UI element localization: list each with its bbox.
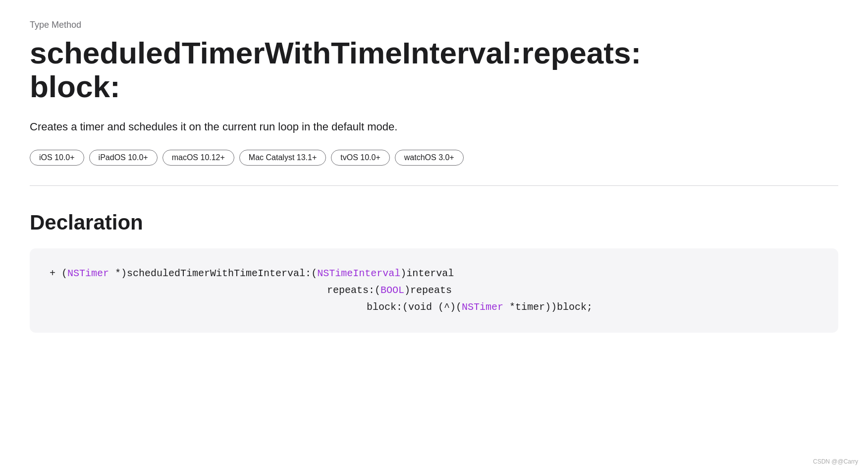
code-block-label: block: xyxy=(367,301,402,313)
code-interval: interval xyxy=(406,268,454,279)
code-method-name: scheduledTimerWithTimeInterval: xyxy=(127,268,311,279)
code-paren3: ) xyxy=(400,268,406,279)
code-caret: (^)( xyxy=(438,301,462,313)
badge-ipados: iPadOS 10.0+ xyxy=(89,150,158,166)
badge-macos: macOS 10.12+ xyxy=(163,150,234,166)
badge-tvos: tvOS 10.0+ xyxy=(331,150,390,166)
code-paren-open: ( xyxy=(61,268,67,279)
code-repeats-label: repeats: xyxy=(327,285,375,296)
badge-ios: iOS 10.0+ xyxy=(30,150,84,166)
section-divider xyxy=(30,185,838,186)
code-line-3: block:(void (^)(NSTimer *timer))block; xyxy=(50,299,818,316)
code-paren2: ( xyxy=(311,268,317,279)
code-line-2: repeats:(BOOL)repeats xyxy=(50,282,818,299)
code-paren6: ( xyxy=(402,301,408,313)
code-paren5: ) xyxy=(404,285,410,296)
badge-watchos: watchOS 3.0+ xyxy=(395,150,464,166)
title-line1: scheduledTimerWithTimeInterval:repeats: xyxy=(30,36,641,70)
code-plus: + xyxy=(50,268,61,279)
badge-catalyst: Mac Catalyst 13.1+ xyxy=(239,150,326,166)
code-nstimeinterval: NSTimeInterval xyxy=(317,268,400,279)
declaration-title: Declaration xyxy=(30,211,838,235)
code-nstimer-1: NSTimer xyxy=(67,268,109,279)
badges-row: iOS 10.0+ iPadOS 10.0+ macOS 10.12+ Mac … xyxy=(30,150,838,166)
page-title: scheduledTimerWithTimeInterval:repeats: … xyxy=(30,36,723,104)
type-method-label: Type Method xyxy=(30,20,838,30)
code-block: + (NSTimer *)scheduledTimerWithTimeInter… xyxy=(30,248,838,333)
code-nstimer-2: NSTimer xyxy=(462,301,503,313)
title-line2: block: xyxy=(30,69,120,104)
code-void: void xyxy=(408,301,438,313)
code-block-param: block; xyxy=(557,301,593,313)
code-line-1: + (NSTimer *)scheduledTimerWithTimeInter… xyxy=(50,265,818,282)
watermark: CSDN @@Carry xyxy=(813,458,858,465)
code-timer-param: *timer)) xyxy=(503,301,557,313)
code-star: *) xyxy=(109,268,127,279)
code-repeats-param: repeats xyxy=(410,285,452,296)
page-description: Creates a timer and schedules it on the … xyxy=(30,118,838,135)
code-paren4: ( xyxy=(375,285,380,296)
code-bool: BOOL xyxy=(380,285,404,296)
